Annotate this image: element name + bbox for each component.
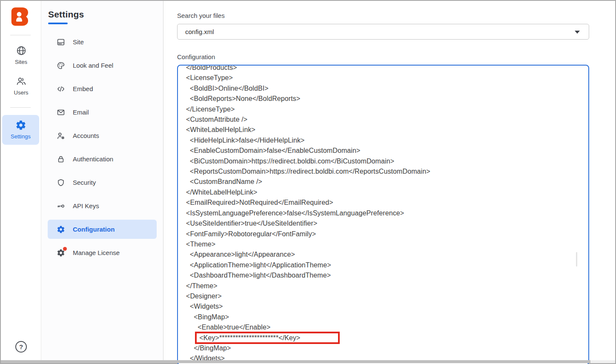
code-line: </LicenseType> — [186, 104, 588, 115]
configuration-label: Configuration — [177, 53, 215, 60]
gear-badge-icon — [57, 249, 65, 257]
sidebar-item-embed[interactable]: Embed — [48, 77, 157, 100]
help-icon: ? — [19, 343, 23, 350]
code-line: <BiCustomDomain>https://redirect.boldbi.… — [186, 156, 588, 166]
code-line: </Theme> — [186, 281, 588, 291]
vertical-scrollbar-thumb[interactable] — [576, 252, 577, 267]
settings-nav: Site Look and Feel — [41, 30, 163, 264]
code-line: <BoldBI>Online</BoldBI> — [186, 83, 588, 94]
lock-icon — [57, 155, 65, 163]
left-rail: Sites Users Settings ? — [1, 1, 41, 363]
sidebar-item-label: Authentication — [73, 155, 113, 163]
sidebar-item-label: Look and Feel — [73, 62, 113, 69]
sidebar-item-look-and-feel[interactable]: Look and Feel — [48, 54, 157, 77]
help-button[interactable]: ? — [15, 341, 27, 353]
rail-divider — [10, 107, 31, 108]
chevron-down-icon — [575, 31, 580, 34]
code-line: <LicenseType> — [186, 73, 588, 83]
sidebar-item-label: Email — [73, 109, 89, 116]
user-gear-icon — [57, 132, 65, 140]
rail-divider — [10, 35, 31, 35]
sidebar-title: Settings — [48, 9, 163, 20]
code-line: <WhiteLabelHelpLink> — [186, 125, 588, 135]
sidebar-title-underline — [48, 23, 68, 24]
code-line: <Widgets> — [186, 301, 588, 312]
code-line: <Key>**********************</Key> — [186, 333, 588, 343]
rail-item-sites[interactable]: Sites — [1, 45, 41, 66]
sidebar-item-site[interactable]: Site — [48, 30, 157, 54]
sidebar-item-label: Embed — [73, 85, 93, 92]
settings-sidebar: Settings Site — [41, 1, 163, 363]
globe-icon — [16, 45, 27, 56]
rail-item-users[interactable]: Users — [1, 76, 41, 96]
code-line: <ReportsCustomDomain>https://redirect.bo… — [186, 166, 588, 177]
horizontal-scrollbar-thumb[interactable] — [1, 360, 590, 363]
palette-icon — [57, 61, 65, 70]
sidebar-item-api-keys[interactable]: API Keys — [48, 194, 157, 218]
code-line: <Theme> — [186, 239, 588, 249]
horizontal-scrollbar[interactable] — [1, 360, 615, 363]
code-line: </BingMap> — [186, 343, 588, 353]
sidebar-item-configuration[interactable]: Configuration — [48, 220, 157, 239]
code-line: <EmailRequired>NotRequired</EmailRequire… — [186, 198, 588, 208]
rail-item-settings[interactable]: Settings — [2, 115, 39, 145]
code-line: <BingMap> — [186, 312, 588, 322]
code-line: <CustomAttribute /> — [186, 115, 588, 125]
sidebar-item-security[interactable]: Security — [48, 171, 157, 194]
code-content: </BoldProducts><LicenseType> <BoldBI>Onl… — [178, 65, 588, 364]
code-editor[interactable]: </BoldProducts><LicenseType> <BoldBI>Onl… — [177, 65, 589, 364]
file-select-value: config.xml — [185, 28, 214, 35]
sidebar-item-label: Configuration — [73, 226, 115, 233]
rail-item-label: Settings — [11, 133, 31, 140]
code-line: </WhiteLabelHelpLink> — [186, 187, 588, 198]
configuration-page: Search your files config.xml Configurati… — [163, 1, 615, 363]
sidebar-item-label: Accounts — [73, 132, 99, 139]
code-line: <Designer> — [186, 291, 588, 301]
search-files-label: Search your files — [177, 12, 225, 19]
rail-item-label: Sites — [15, 59, 27, 65]
code-line: <IsSystemLanguagePreference>false</IsSys… — [186, 208, 588, 218]
gear-icon — [57, 225, 65, 234]
sidebar-item-label: Site — [73, 38, 84, 46]
boldbi-logo — [10, 6, 31, 28]
users-icon — [16, 76, 27, 87]
code-line: </BoldProducts> — [186, 65, 588, 73]
code-icon — [57, 85, 65, 93]
rail-item-label: Users — [14, 89, 29, 96]
sidebar-item-authentication[interactable]: Authentication — [48, 147, 157, 171]
key-icon — [57, 202, 65, 210]
app-window: Sites Users Settings ? Se — [0, 0, 616, 364]
sidebar-item-label: API Keys — [73, 202, 99, 209]
site-icon — [57, 38, 65, 46]
shield-icon — [57, 178, 65, 187]
code-line: <ApplicationTheme>light</ApplicationThem… — [186, 260, 588, 270]
code-line: <Appearance>light</Appearance> — [186, 249, 588, 260]
sidebar-item-accounts[interactable]: Accounts — [48, 124, 157, 147]
code-line: <Enable>true</Enable> — [186, 322, 588, 332]
code-line: <FontFamily>Robotoregular</FontFamily> — [186, 229, 588, 239]
sidebar-item-label: Manage License — [73, 249, 120, 256]
code-line: <UseSiteIdentifier>true</UseSiteIdentifi… — [186, 218, 588, 229]
gear-icon — [15, 120, 26, 131]
code-line: <DashboardTheme>light</DashboardTheme> — [186, 270, 588, 281]
code-line: <CustomBrandName /> — [186, 177, 588, 187]
code-line: <EnableCustomDomain>false</EnableCustomD… — [186, 146, 588, 156]
envelope-icon — [57, 108, 65, 117]
file-select-dropdown[interactable]: config.xml — [177, 24, 589, 40]
sidebar-item-manage-license[interactable]: Manage License — [48, 241, 157, 264]
sidebar-item-email[interactable]: Email — [48, 100, 157, 124]
sidebar-item-label: Security — [73, 179, 96, 186]
code-line: <BoldReports>None</BoldReports> — [186, 94, 588, 104]
code-line: <HideHelpLink>false</HideHelpLink> — [186, 135, 588, 146]
bing-map-key-highlight-box: <Key>**********************</Key> — [195, 332, 339, 344]
notification-badge — [63, 247, 67, 251]
boldbi-logo-icon — [10, 6, 31, 28]
